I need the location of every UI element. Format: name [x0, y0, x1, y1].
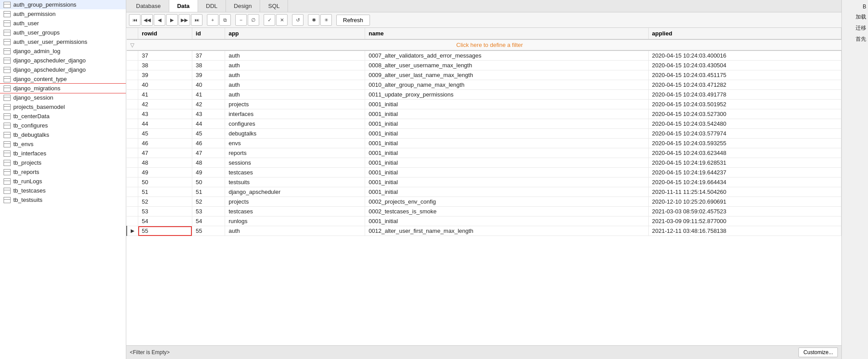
cell-id[interactable]: 44 [192, 119, 225, 129]
cell-app[interactable]: debugtalks [225, 129, 365, 139]
cell-rowid[interactable]: 49 [138, 168, 192, 178]
cell-name[interactable]: 0009_alter_user_last_name_max_length [365, 70, 649, 80]
cell-applied[interactable]: 2020-04-15 10:24:03.577974 [648, 129, 841, 139]
cell-rowid[interactable]: 51 [138, 187, 192, 197]
table-row[interactable]: 5151django_apscheduler0001_initial2020-1… [127, 187, 841, 197]
cell-app[interactable]: envs [225, 139, 365, 148]
cell-applied[interactable]: 2020-04-15 10:24:19.644237 [648, 168, 841, 178]
sidebar-item-django_migrations[interactable]: django_migrations [0, 84, 126, 93]
tab-database[interactable]: Database [128, 0, 169, 12]
toolbar-copy-button[interactable]: ⧉ [219, 14, 231, 26]
cell-app[interactable]: auth [225, 226, 365, 236]
cell-id[interactable]: 41 [192, 90, 225, 100]
col-header-name[interactable]: name [365, 28, 649, 39]
cell-app[interactable]: django_apscheduler [225, 187, 365, 197]
filter-row[interactable]: ▽Click here to define a filter [127, 39, 841, 50]
cell-id[interactable]: 53 [192, 207, 225, 216]
cell-name[interactable]: 0001_initial [365, 187, 649, 197]
cell-name[interactable]: 0001_initial [365, 216, 649, 226]
cell-rowid[interactable]: 44 [138, 119, 192, 129]
cell-name[interactable]: 0002_testcases_is_smoke [365, 207, 649, 216]
cell-rowid[interactable]: 47 [138, 148, 192, 158]
sidebar-item-django_content_type[interactable]: django_content_type [0, 74, 126, 84]
sidebar-item-django_session[interactable]: django_session [0, 93, 126, 102]
sidebar-item-tb_runLogs[interactable]: tb_runLogs [0, 177, 126, 186]
cell-name[interactable]: 0001_initial [365, 158, 649, 168]
table-row[interactable]: 4040auth0010_alter_group_name_max_length… [127, 80, 841, 90]
tab-sql[interactable]: SQL [260, 0, 288, 12]
table-row[interactable]: 4949testcases0001_initial2020-04-15 10:2… [127, 168, 841, 178]
sidebar-item-auth_user_user_permissions[interactable]: auth_user_user_permissions [0, 37, 126, 46]
cell-id[interactable]: 54 [192, 216, 225, 226]
cell-name[interactable]: 0001_initial [365, 109, 649, 119]
cell-rowid[interactable]: 46 [138, 139, 192, 148]
cell-id[interactable]: 47 [192, 148, 225, 158]
table-row[interactable]: 3737auth0007_alter_validators_add_error_… [127, 50, 841, 61]
cell-applied[interactable]: 2021-03-09 09:11:52.877000 [648, 216, 841, 226]
sidebar-item-auth_group_permissions[interactable]: auth_group_permissions [0, 0, 126, 9]
table-row[interactable]: 5353testcases0002_testcases_is_smoke2021… [127, 207, 841, 216]
cell-app[interactable]: testsuits [225, 178, 365, 187]
cell-applied[interactable]: 2020-11-11 11:25:14.504260 [648, 187, 841, 197]
cell-applied[interactable]: 2020-04-15 10:24:03.501952 [648, 100, 841, 109]
filter-text[interactable]: Click here to define a filter [138, 39, 841, 50]
table-row[interactable]: 4848sessions0001_initial2020-04-15 10:24… [127, 158, 841, 168]
cell-name[interactable]: 0011_update_proxy_permissions [365, 90, 649, 100]
cell-rowid[interactable]: 41 [138, 90, 192, 100]
cell-name[interactable]: 0001_initial [365, 178, 649, 187]
cell-app[interactable]: reports [225, 148, 365, 158]
cell-name[interactable]: 0001_initial [365, 100, 649, 109]
toolbar-prev-button[interactable]: ◀ [154, 14, 165, 26]
cell-id[interactable]: 50 [192, 178, 225, 187]
sidebar-item-tb_testsuits[interactable]: tb_testsuits [0, 195, 126, 205]
refresh-button[interactable]: Refresh [336, 15, 370, 26]
cell-applied[interactable]: 2020-04-15 10:24:03.400016 [648, 50, 841, 61]
table-row[interactable]: 4242projects0001_initial2020-04-15 10:24… [127, 100, 841, 109]
cell-id[interactable]: 51 [192, 187, 225, 197]
cell-rowid[interactable]: 54 [138, 216, 192, 226]
cell-app[interactable]: auth [225, 70, 365, 80]
cell-app[interactable]: auth [225, 61, 365, 70]
table-row[interactable]: 4646envs0001_initial2020-04-15 10:24:03.… [127, 139, 841, 148]
toolbar-null-button[interactable]: ∅ [248, 14, 259, 26]
tab-ddl[interactable]: DDL [198, 0, 226, 12]
toolbar-first-button[interactable]: ⏮ [129, 14, 140, 26]
sidebar-item-auth_user[interactable]: auth_user [0, 19, 126, 28]
cell-applied[interactable]: 2020-04-15 10:24:03.451175 [648, 70, 841, 80]
cell-app[interactable]: testcases [225, 207, 365, 216]
toolbar-next-next-button[interactable]: ▶▶ [179, 14, 190, 26]
cell-name[interactable]: 0001_initial [365, 119, 649, 129]
table-row[interactable]: 3939auth0009_alter_user_last_name_max_le… [127, 70, 841, 80]
cell-name[interactable]: 0012_alter_user_first_name_max_length [365, 226, 649, 236]
cell-name[interactable]: 0001_initial [365, 139, 649, 148]
sidebar-item-tb_configures[interactable]: tb_configures [0, 121, 126, 130]
cell-id[interactable]: 40 [192, 80, 225, 90]
cell-rowid[interactable]: 48 [138, 158, 192, 168]
cell-applied[interactable]: 2020-04-15 10:24:03.491778 [648, 90, 841, 100]
cell-app[interactable]: projects [225, 197, 365, 207]
cell-rowid[interactable]: 42 [138, 100, 192, 109]
cell-id[interactable]: 52 [192, 197, 225, 207]
tab-data[interactable]: Data [169, 0, 198, 12]
cell-id[interactable]: 43 [192, 109, 225, 119]
table-row[interactable]: 5050testsuits0001_initial2020-04-15 10:2… [127, 178, 841, 187]
toolbar-add-button[interactable]: + [207, 14, 218, 26]
cell-app[interactable]: interfaces [225, 109, 365, 119]
sidebar-item-tb_envs[interactable]: tb_envs [0, 139, 126, 149]
toolbar-next-button[interactable]: ▶ [166, 14, 178, 26]
cell-app[interactable]: projects [225, 100, 365, 109]
col-header-applied[interactable]: applied [648, 28, 841, 39]
cell-applied[interactable]: 2020-12-10 10:25:20.690691 [648, 197, 841, 207]
cell-applied[interactable]: 2020-04-15 10:24:03.542480 [648, 119, 841, 129]
sidebar-item-tb_projects[interactable]: tb_projects [0, 158, 126, 167]
cell-id[interactable]: 55 [192, 226, 225, 236]
cell-applied[interactable]: 2020-04-15 10:24:19.628531 [648, 158, 841, 168]
toolbar-asterisk-button[interactable]: ✱ [308, 14, 319, 26]
table-row[interactable]: 3838auth0008_alter_user_username_max_len… [127, 61, 841, 70]
cell-app[interactable]: auth [225, 90, 365, 100]
table-row[interactable]: 4747reports0001_initial2020-04-15 10:24:… [127, 148, 841, 158]
cell-app[interactable]: auth [225, 80, 365, 90]
col-header-app[interactable]: app [225, 28, 365, 39]
cell-id[interactable]: 39 [192, 70, 225, 80]
cell-app[interactable]: auth [225, 50, 365, 61]
